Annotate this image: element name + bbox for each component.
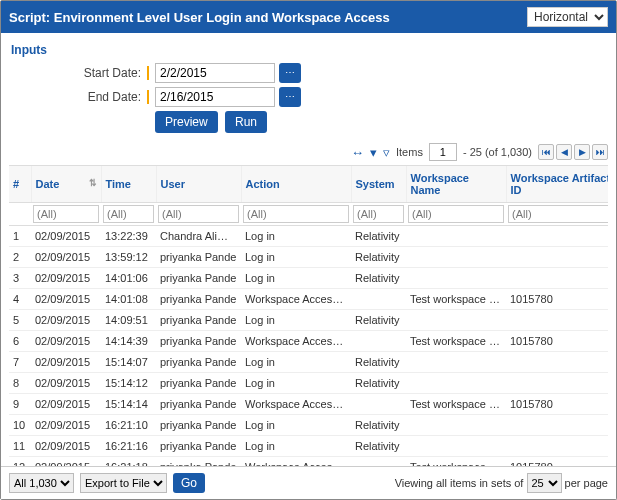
- preview-button[interactable]: Preview: [155, 111, 218, 133]
- end-date-row: End Date: ⋯: [9, 87, 608, 107]
- start-date-field[interactable]: [155, 63, 275, 83]
- cell-date: 02/09/2015: [31, 226, 101, 247]
- cell-user: priyanka Pande: [156, 268, 241, 289]
- table-row[interactable]: 1002/09/201516:21:10priyanka PandeLog in…: [9, 415, 608, 436]
- table-row[interactable]: 1202/09/201516:21:18priyanka PandeWorksp…: [9, 457, 608, 467]
- per-page-text: per page: [565, 477, 608, 489]
- cell-date: 02/09/2015: [31, 289, 101, 310]
- cell-n: 4: [9, 289, 31, 310]
- start-date-picker-button[interactable]: ⋯: [279, 63, 301, 83]
- cell-user: Chandra Alimeti: [156, 226, 241, 247]
- run-button[interactable]: Run: [225, 111, 267, 133]
- cell-art: [506, 226, 608, 247]
- col-header-workspace[interactable]: Workspace Name: [406, 166, 506, 203]
- first-page-button[interactable]: ⏮: [538, 144, 554, 160]
- cell-time: 15:14:07: [101, 352, 156, 373]
- export-select[interactable]: Export to File: [80, 473, 167, 493]
- filter-action[interactable]: [243, 205, 349, 223]
- filter-date[interactable]: [33, 205, 99, 223]
- swap-columns-icon[interactable]: ↔: [351, 145, 364, 160]
- viewing-text: Viewing all items in sets of: [395, 477, 524, 489]
- end-date-picker-button[interactable]: ⋯: [279, 87, 301, 107]
- table-row[interactable]: 1102/09/201516:21:16priyanka PandeLog in…: [9, 436, 608, 457]
- cell-ws: Test workspace PP: [406, 394, 506, 415]
- cell-date: 02/09/2015: [31, 457, 101, 467]
- col-header-system[interactable]: System: [351, 166, 406, 203]
- footer-left: All 1,030 Export to File Go: [9, 473, 209, 493]
- prev-page-button[interactable]: ◀: [556, 144, 572, 160]
- cell-time: 14:14:39: [101, 331, 156, 352]
- cell-date: 02/09/2015: [31, 436, 101, 457]
- table-row[interactable]: 202/09/201513:59:12priyanka PandeLog inR…: [9, 247, 608, 268]
- clear-filter-icon[interactable]: ▿: [383, 145, 390, 160]
- filter-icon[interactable]: ▾: [370, 145, 377, 160]
- cell-action: Log in: [241, 373, 351, 394]
- col-header-number[interactable]: #: [9, 166, 31, 203]
- cell-n: 3: [9, 268, 31, 289]
- col-header-artifact[interactable]: Workspace Artifact ID: [506, 166, 608, 203]
- page-size-select[interactable]: 25: [527, 473, 562, 493]
- cell-n: 7: [9, 352, 31, 373]
- table-row[interactable]: 702/09/201515:14:07priyanka PandeLog inR…: [9, 352, 608, 373]
- table-row[interactable]: 402/09/201514:01:08priyanka PandeWorkspa…: [9, 289, 608, 310]
- cell-n: 6: [9, 331, 31, 352]
- cell-art: [506, 268, 608, 289]
- cell-time: 15:14:14: [101, 394, 156, 415]
- cell-art: 1015780: [506, 331, 608, 352]
- script-window: Script: Environment Level User Login and…: [0, 0, 617, 500]
- cell-date: 02/09/2015: [31, 268, 101, 289]
- table-row[interactable]: 802/09/201515:14:12priyanka PandeLog inR…: [9, 373, 608, 394]
- row-count-select[interactable]: All 1,030: [9, 473, 74, 493]
- header-row: # Date⇅ Time User Action System Workspac…: [9, 166, 608, 203]
- filter-user[interactable]: [158, 205, 239, 223]
- cell-art: [506, 247, 608, 268]
- col-header-time[interactable]: Time: [101, 166, 156, 203]
- body: Inputs Start Date: ⋯ End Date: ⋯ Preview…: [1, 33, 616, 466]
- table-row[interactable]: 602/09/201514:14:39priyanka PandeWorkspa…: [9, 331, 608, 352]
- go-button[interactable]: Go: [173, 473, 205, 493]
- col-header-date[interactable]: Date⇅: [31, 166, 101, 203]
- col-header-user[interactable]: User: [156, 166, 241, 203]
- cell-date: 02/09/2015: [31, 352, 101, 373]
- col-header-action[interactable]: Action: [241, 166, 351, 203]
- filter-artifact[interactable]: [508, 205, 608, 223]
- pager-buttons: ⏮ ◀ ▶ ⏭: [538, 144, 608, 160]
- cell-user: priyanka Pande: [156, 352, 241, 373]
- next-page-button[interactable]: ▶: [574, 144, 590, 160]
- cell-action: Workspace Accessed: [241, 289, 351, 310]
- cell-system: Relativity: [351, 226, 406, 247]
- cell-ws: Test workspace PP: [406, 289, 506, 310]
- end-date-label: End Date:: [9, 90, 149, 104]
- layout-select[interactable]: Horizontal: [527, 7, 608, 27]
- cell-ws: Test workspace PP: [406, 457, 506, 467]
- cell-action: Log in: [241, 310, 351, 331]
- cell-ws: [406, 268, 506, 289]
- table-row[interactable]: 502/09/201514:09:51priyanka PandeLog inR…: [9, 310, 608, 331]
- last-page-button[interactable]: ⏭: [592, 144, 608, 160]
- cell-user: priyanka Pande: [156, 394, 241, 415]
- cell-system: Relativity: [351, 310, 406, 331]
- grid-toolbar: ↔ ▾ ▿ Items - 25 (of 1,030) ⏮ ◀ ▶ ⏭: [9, 141, 608, 165]
- table-row[interactable]: 302/09/201514:01:06priyanka PandeLog inR…: [9, 268, 608, 289]
- cell-ws: [406, 352, 506, 373]
- table-row[interactable]: 902/09/201515:14:14priyanka PandeWorkspa…: [9, 394, 608, 415]
- cell-user: priyanka Pande: [156, 289, 241, 310]
- cell-art: [506, 373, 608, 394]
- grid-scroll-container[interactable]: # Date⇅ Time User Action System Workspac…: [9, 165, 608, 466]
- end-date-field[interactable]: [155, 87, 275, 107]
- cell-system: Relativity: [351, 352, 406, 373]
- filter-system[interactable]: [353, 205, 404, 223]
- cell-time: 16:21:10: [101, 415, 156, 436]
- filter-workspace[interactable]: [408, 205, 504, 223]
- filter-time[interactable]: [103, 205, 154, 223]
- table-row[interactable]: 102/09/201513:22:39Chandra AlimetiLog in…: [9, 226, 608, 247]
- footer: All 1,030 Export to File Go Viewing all …: [1, 466, 616, 499]
- cell-art: 1015780: [506, 289, 608, 310]
- page-number-input[interactable]: [429, 143, 457, 161]
- cell-action: Log in: [241, 226, 351, 247]
- cell-date: 02/09/2015: [31, 247, 101, 268]
- cell-art: [506, 310, 608, 331]
- cell-system: [351, 394, 406, 415]
- cell-user: priyanka Pande: [156, 247, 241, 268]
- footer-right: Viewing all items in sets of 25 per page: [395, 473, 608, 493]
